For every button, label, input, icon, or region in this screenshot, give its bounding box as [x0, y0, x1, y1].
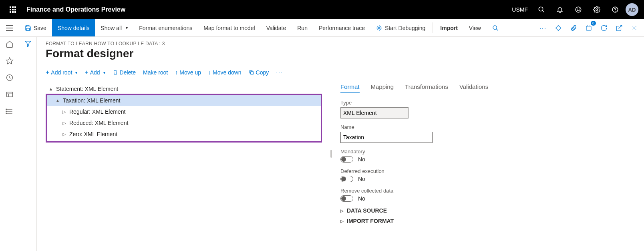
avatar[interactable]: AD	[626, 3, 638, 16]
validate-button[interactable]: Validate	[261, 19, 292, 36]
tab-validations[interactable]: Validations	[459, 83, 488, 93]
highlight-box: ▲ Taxation: XML Element ▷ Regular: XML E…	[46, 94, 322, 143]
command-bar: Save Show details Show all ▾ Format enum…	[0, 19, 644, 37]
global-header: Finance and Operations Preview USMF AD	[0, 0, 644, 19]
tree-node-zero[interactable]: ▷ Zero: XML Element	[47, 129, 321, 140]
show-details-button[interactable]: Show details	[52, 19, 95, 36]
map-format-button[interactable]: Map format to model	[198, 19, 260, 36]
svg-rect-21	[6, 92, 12, 97]
app-launcher-icon[interactable]	[3, 0, 22, 19]
remove-value: No	[358, 195, 365, 202]
modules-icon[interactable]	[5, 106, 14, 116]
run-button[interactable]: Run	[292, 19, 313, 36]
svg-point-4	[579, 9, 580, 9]
diamond-icon[interactable]	[553, 22, 564, 34]
tab-format[interactable]: Format	[340, 83, 360, 93]
star-icon[interactable]	[5, 56, 14, 66]
start-debugging-button[interactable]: Start Debugging	[370, 19, 431, 36]
splitter[interactable]	[330, 83, 332, 224]
details-pane: Format Mapping Transformations Validatio…	[340, 83, 635, 224]
filter-column	[19, 37, 37, 251]
format-toolbar: +Add root▾ +Add▾ Delete Make root ↑Move …	[46, 69, 635, 76]
more-icon[interactable]: ···	[537, 22, 549, 34]
filter-icon[interactable]	[24, 40, 32, 251]
import-button[interactable]: Import	[435, 19, 463, 36]
tree-node-statement[interactable]: ▲ Statement: XML Element	[46, 83, 322, 94]
svg-rect-14	[556, 25, 561, 30]
move-down-button[interactable]: ↓Move down	[208, 69, 242, 76]
tree-node-taxation[interactable]: ▲ Taxation: XML Element	[47, 95, 321, 106]
home-icon[interactable]	[5, 39, 14, 49]
search-icon[interactable]	[533, 2, 549, 18]
add-root-button[interactable]: +Add root▾	[46, 69, 77, 76]
show-details-label: Show details	[58, 25, 89, 31]
help-icon[interactable]	[607, 2, 623, 18]
show-all-label: Show all	[101, 25, 122, 31]
paperclip-icon[interactable]	[568, 22, 579, 34]
type-field[interactable]	[340, 107, 409, 118]
workspaces-icon[interactable]	[5, 90, 14, 99]
svg-line-16	[619, 25, 622, 28]
svg-point-7	[615, 11, 616, 11]
data-source-expander[interactable]: ▷ DATA SOURCE	[340, 207, 635, 214]
svg-point-2	[576, 7, 581, 12]
svg-marker-19	[6, 58, 13, 64]
svg-point-12	[493, 26, 497, 29]
make-root-button[interactable]: Make root	[143, 69, 168, 76]
name-field[interactable]	[340, 132, 433, 143]
delete-button[interactable]: Delete	[113, 69, 136, 76]
svg-rect-31	[250, 72, 253, 74]
chevron-right-icon: ▷	[61, 109, 67, 114]
breadcrumb: FORMAT TO LEARN HOW TO LOOKUP LE DATA : …	[46, 41, 635, 46]
refresh-icon[interactable]	[598, 22, 610, 34]
deferred-toggle[interactable]	[340, 176, 353, 182]
chevron-right-icon: ▷	[340, 209, 344, 213]
main-content: FORMAT TO LEARN HOW TO LOOKUP LE DATA : …	[37, 37, 644, 251]
chevron-right-icon: ▷	[61, 120, 67, 126]
type-label: Type	[340, 100, 635, 106]
more-actions-icon[interactable]: ···	[276, 69, 283, 76]
chevron-down-icon: ▲	[48, 86, 54, 91]
mandatory-value: No	[358, 156, 365, 163]
move-up-button[interactable]: ↑Move up	[175, 69, 201, 76]
tree-node-regular[interactable]: ▷ Regular: XML Element	[47, 106, 321, 117]
remove-toggle[interactable]	[340, 195, 353, 202]
recent-icon[interactable]	[5, 73, 14, 82]
svg-line-13	[496, 29, 498, 30]
svg-point-0	[539, 7, 543, 11]
show-all-button[interactable]: Show all ▾	[95, 19, 133, 36]
format-tree: ▲ Statement: XML Element ▲ Taxation: XML…	[46, 83, 322, 224]
app-title: Finance and Operations Preview	[26, 6, 512, 13]
add-button[interactable]: +Add▾	[85, 69, 105, 76]
left-rail	[0, 37, 19, 251]
chevron-down-icon: ▾	[126, 26, 128, 30]
tree-node-reduced[interactable]: ▷ Reduced: XML Element	[47, 117, 321, 129]
gear-icon[interactable]	[589, 2, 605, 18]
notification-count: 0	[591, 21, 596, 26]
view-button[interactable]: View	[463, 19, 487, 36]
mandatory-toggle[interactable]	[340, 156, 353, 163]
details-tabs: Format Mapping Transformations Validatio…	[340, 83, 635, 93]
chevron-right-icon: ▷	[340, 219, 344, 223]
svg-point-29	[6, 113, 6, 114]
find-button[interactable]	[487, 19, 504, 36]
performance-trace-button[interactable]: Performance trace	[313, 19, 370, 36]
save-button[interactable]: Save	[19, 19, 52, 36]
deferred-value: No	[358, 176, 365, 182]
hamburger-icon[interactable]	[0, 19, 19, 36]
chevron-down-icon: ▲	[55, 98, 60, 103]
format-enumerations-button[interactable]: Format enumerations	[133, 19, 198, 36]
close-icon[interactable]	[629, 22, 640, 34]
smiley-icon[interactable]	[570, 2, 586, 18]
tab-transformations[interactable]: Transformations	[405, 83, 448, 93]
copy-button[interactable]: Copy	[249, 69, 269, 76]
bell-icon[interactable]	[552, 2, 568, 18]
popout-icon[interactable]	[614, 22, 625, 34]
mandatory-label: Mandatory	[340, 149, 635, 155]
import-format-expander[interactable]: ▷ IMPORT FORMAT	[340, 218, 635, 224]
notifications-icon[interactable]: 0	[583, 22, 594, 34]
chevron-right-icon: ▷	[61, 132, 67, 137]
name-label: Name	[340, 124, 635, 130]
tab-mapping[interactable]: Mapping	[371, 83, 394, 93]
company-code[interactable]: USMF	[512, 6, 528, 13]
